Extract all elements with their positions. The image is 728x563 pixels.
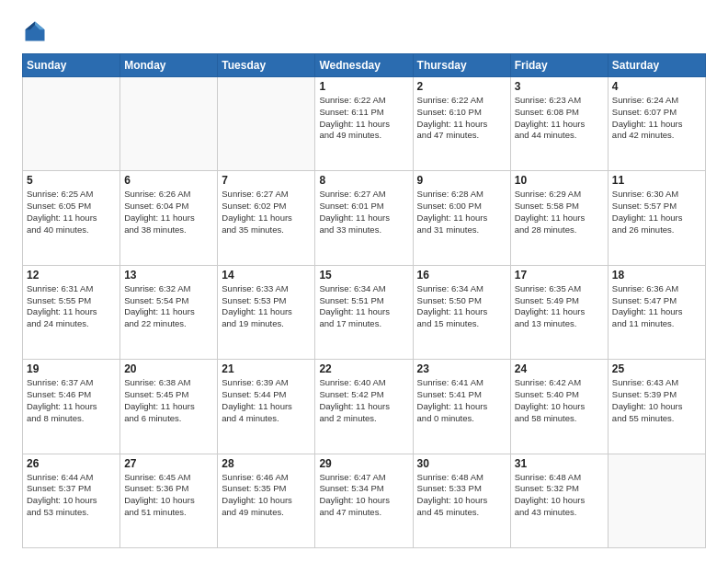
calendar-cell: 7Sunrise: 6:27 AM Sunset: 6:02 PM Daylig… <box>218 171 315 265</box>
week-row-2: 5Sunrise: 6:25 AM Sunset: 6:05 PM Daylig… <box>23 171 706 265</box>
calendar-cell: 9Sunrise: 6:28 AM Sunset: 6:00 PM Daylig… <box>413 171 510 265</box>
day-number: 21 <box>222 362 311 375</box>
cell-content: Sunrise: 6:48 AM Sunset: 5:32 PM Dayligh… <box>515 472 604 519</box>
day-number: 2 <box>417 80 506 93</box>
cell-content: Sunrise: 6:25 AM Sunset: 6:05 PM Dayligh… <box>27 189 116 236</box>
calendar-cell: 13Sunrise: 6:32 AM Sunset: 5:54 PM Dayli… <box>120 265 218 359</box>
cell-content: Sunrise: 6:27 AM Sunset: 6:01 PM Dayligh… <box>319 189 408 236</box>
calendar-table: SundayMondayTuesdayWednesdayThursdayFrid… <box>22 53 706 548</box>
calendar-cell: 6Sunrise: 6:26 AM Sunset: 6:04 PM Daylig… <box>120 171 218 265</box>
calendar-cell: 23Sunrise: 6:41 AM Sunset: 5:41 PM Dayli… <box>413 360 510 454</box>
cell-content: Sunrise: 6:45 AM Sunset: 5:36 PM Dayligh… <box>124 472 213 519</box>
cell-content: Sunrise: 6:28 AM Sunset: 6:00 PM Dayligh… <box>417 189 506 236</box>
calendar-cell: 19Sunrise: 6:37 AM Sunset: 5:46 PM Dayli… <box>23 360 120 454</box>
header <box>22 18 706 44</box>
cell-content: Sunrise: 6:39 AM Sunset: 5:44 PM Dayligh… <box>222 377 311 424</box>
day-number: 31 <box>515 457 604 470</box>
week-row-1: 1Sunrise: 6:22 AM Sunset: 6:11 PM Daylig… <box>23 77 706 171</box>
calendar-cell: 2Sunrise: 6:22 AM Sunset: 6:10 PM Daylig… <box>413 77 510 171</box>
calendar-cell <box>120 77 218 171</box>
day-number: 7 <box>222 174 311 187</box>
cell-content: Sunrise: 6:27 AM Sunset: 6:02 PM Dayligh… <box>222 189 311 236</box>
day-number: 1 <box>319 80 408 93</box>
calendar-cell: 28Sunrise: 6:46 AM Sunset: 5:35 PM Dayli… <box>218 454 315 547</box>
day-number: 6 <box>124 174 213 187</box>
cell-content: Sunrise: 6:31 AM Sunset: 5:55 PM Dayligh… <box>27 283 116 330</box>
calendar-header-row: SundayMondayTuesdayWednesdayThursdayFrid… <box>23 54 706 77</box>
calendar-cell: 8Sunrise: 6:27 AM Sunset: 6:01 PM Daylig… <box>315 171 413 265</box>
day-number: 27 <box>124 457 213 470</box>
day-number: 15 <box>319 269 408 282</box>
calendar-cell: 26Sunrise: 6:44 AM Sunset: 5:37 PM Dayli… <box>23 454 120 547</box>
page: SundayMondayTuesdayWednesdayThursdayFrid… <box>0 0 728 563</box>
calendar-cell: 12Sunrise: 6:31 AM Sunset: 5:55 PM Dayli… <box>23 265 120 359</box>
cell-content: Sunrise: 6:33 AM Sunset: 5:53 PM Dayligh… <box>222 283 311 330</box>
day-number: 26 <box>27 457 116 470</box>
calendar-cell: 25Sunrise: 6:43 AM Sunset: 5:39 PM Dayli… <box>608 360 705 454</box>
cell-content: Sunrise: 6:30 AM Sunset: 5:57 PM Dayligh… <box>612 189 701 236</box>
day-number: 12 <box>27 269 116 282</box>
calendar-cell: 24Sunrise: 6:42 AM Sunset: 5:40 PM Dayli… <box>510 360 608 454</box>
day-number: 4 <box>612 80 701 93</box>
day-number: 18 <box>612 269 701 282</box>
cell-content: Sunrise: 6:24 AM Sunset: 6:07 PM Dayligh… <box>612 95 701 142</box>
day-header-tuesday: Tuesday <box>218 54 315 77</box>
day-number: 11 <box>612 174 701 187</box>
day-number: 10 <box>515 174 604 187</box>
week-row-4: 19Sunrise: 6:37 AM Sunset: 5:46 PM Dayli… <box>23 360 706 454</box>
calendar-cell: 17Sunrise: 6:35 AM Sunset: 5:49 PM Dayli… <box>510 265 608 359</box>
calendar-cell <box>218 77 315 171</box>
cell-content: Sunrise: 6:22 AM Sunset: 6:10 PM Dayligh… <box>417 95 506 142</box>
day-number: 8 <box>319 174 408 187</box>
calendar-cell: 18Sunrise: 6:36 AM Sunset: 5:47 PM Dayli… <box>608 265 705 359</box>
cell-content: Sunrise: 6:34 AM Sunset: 5:51 PM Dayligh… <box>319 283 408 330</box>
cell-content: Sunrise: 6:42 AM Sunset: 5:40 PM Dayligh… <box>515 377 604 424</box>
calendar-cell: 15Sunrise: 6:34 AM Sunset: 5:51 PM Dayli… <box>315 265 413 359</box>
day-number: 17 <box>515 269 604 282</box>
calendar-cell: 10Sunrise: 6:29 AM Sunset: 5:58 PM Dayli… <box>510 171 608 265</box>
calendar-cell: 1Sunrise: 6:22 AM Sunset: 6:11 PM Daylig… <box>315 77 413 171</box>
day-number: 13 <box>124 269 213 282</box>
cell-content: Sunrise: 6:47 AM Sunset: 5:34 PM Dayligh… <box>319 472 408 519</box>
day-number: 22 <box>319 362 408 375</box>
calendar-cell: 22Sunrise: 6:40 AM Sunset: 5:42 PM Dayli… <box>315 360 413 454</box>
calendar-cell: 16Sunrise: 6:34 AM Sunset: 5:50 PM Dayli… <box>413 265 510 359</box>
day-number: 30 <box>417 457 506 470</box>
cell-content: Sunrise: 6:32 AM Sunset: 5:54 PM Dayligh… <box>124 283 213 330</box>
day-number: 20 <box>124 362 213 375</box>
cell-content: Sunrise: 6:44 AM Sunset: 5:37 PM Dayligh… <box>27 472 116 519</box>
calendar-cell: 21Sunrise: 6:39 AM Sunset: 5:44 PM Dayli… <box>218 360 315 454</box>
day-header-thursday: Thursday <box>413 54 510 77</box>
day-number: 3 <box>515 80 604 93</box>
cell-content: Sunrise: 6:29 AM Sunset: 5:58 PM Dayligh… <box>515 189 604 236</box>
cell-content: Sunrise: 6:43 AM Sunset: 5:39 PM Dayligh… <box>612 377 701 424</box>
cell-content: Sunrise: 6:37 AM Sunset: 5:46 PM Dayligh… <box>27 377 116 424</box>
day-header-friday: Friday <box>510 54 608 77</box>
cell-content: Sunrise: 6:46 AM Sunset: 5:35 PM Dayligh… <box>222 472 311 519</box>
cell-content: Sunrise: 6:48 AM Sunset: 5:33 PM Dayligh… <box>417 472 506 519</box>
calendar-cell: 11Sunrise: 6:30 AM Sunset: 5:57 PM Dayli… <box>608 171 705 265</box>
day-number: 16 <box>417 269 506 282</box>
calendar-cell: 4Sunrise: 6:24 AM Sunset: 6:07 PM Daylig… <box>608 77 705 171</box>
day-number: 14 <box>222 269 311 282</box>
calendar-cell: 27Sunrise: 6:45 AM Sunset: 5:36 PM Dayli… <box>120 454 218 547</box>
calendar-cell: 20Sunrise: 6:38 AM Sunset: 5:45 PM Dayli… <box>120 360 218 454</box>
calendar-cell: 30Sunrise: 6:48 AM Sunset: 5:33 PM Dayli… <box>413 454 510 547</box>
week-row-5: 26Sunrise: 6:44 AM Sunset: 5:37 PM Dayli… <box>23 454 706 547</box>
week-row-3: 12Sunrise: 6:31 AM Sunset: 5:55 PM Dayli… <box>23 265 706 359</box>
logo-icon <box>22 18 48 44</box>
day-number: 28 <box>222 457 311 470</box>
day-number: 5 <box>27 174 116 187</box>
cell-content: Sunrise: 6:41 AM Sunset: 5:41 PM Dayligh… <box>417 377 506 424</box>
cell-content: Sunrise: 6:36 AM Sunset: 5:47 PM Dayligh… <box>612 283 701 330</box>
calendar-cell: 14Sunrise: 6:33 AM Sunset: 5:53 PM Dayli… <box>218 265 315 359</box>
logo <box>22 18 51 44</box>
day-header-sunday: Sunday <box>23 54 120 77</box>
calendar-cell <box>608 454 705 547</box>
calendar-cell: 31Sunrise: 6:48 AM Sunset: 5:32 PM Dayli… <box>510 454 608 547</box>
cell-content: Sunrise: 6:38 AM Sunset: 5:45 PM Dayligh… <box>124 377 213 424</box>
day-number: 25 <box>612 362 701 375</box>
cell-content: Sunrise: 6:22 AM Sunset: 6:11 PM Dayligh… <box>319 95 408 142</box>
day-number: 29 <box>319 457 408 470</box>
day-header-wednesday: Wednesday <box>315 54 413 77</box>
